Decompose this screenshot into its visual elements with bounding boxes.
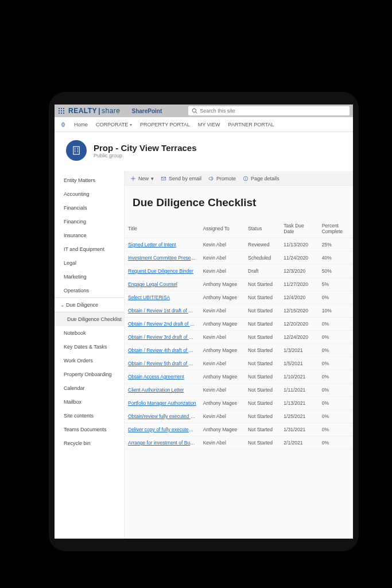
sidebar-item[interactable]: Accounting [55, 187, 124, 201]
sidebar-item[interactable]: Property Onboarding [55, 368, 124, 381]
cell-percent: 0% [319, 357, 353, 370]
sidebar-item[interactable]: Work Orders [55, 354, 124, 368]
table-row[interactable]: Deliver copy of fully executed Cont...An… [125, 423, 353, 436]
sidebar-item[interactable]: Financials [55, 201, 124, 215]
svg-rect-8 [77, 150, 79, 151]
svg-point-17 [246, 177, 246, 177]
cell-title[interactable]: Engage Legal Counsel [125, 278, 200, 291]
cell-assigned: Kevin Abel [200, 331, 244, 344]
nav-property-portal[interactable]: PROPERTY PORTAL [140, 122, 190, 127]
table-row[interactable]: Obtain / Review 3rd draft of Purcha...Ke… [125, 331, 353, 344]
sidebar-item[interactable]: Recycle bin [55, 436, 124, 450]
cell-assigned: Kevin Abel [200, 436, 244, 450]
cell-title[interactable]: Obtain / Review 5th draft of Purcha... [125, 357, 200, 370]
cell-due: 11/27/2020 [280, 278, 318, 291]
logo-a: A [79, 107, 84, 115]
cell-assigned: Kevin Abel [200, 238, 244, 252]
cell-title[interactable]: Obtain / Review 2nd draft of Purch... [125, 318, 200, 331]
site-icon[interactable] [66, 140, 87, 161]
table-row[interactable]: Obtain/review fully executed purch...Kev… [125, 410, 353, 423]
site-title[interactable]: Prop - City View Terraces [94, 143, 197, 153]
table-row[interactable]: Client Authorization LetterKevin AbelNot… [125, 384, 353, 397]
col-percent[interactable]: Percent Complete [319, 219, 353, 238]
sidebar-item[interactable]: Marketing [55, 270, 124, 284]
search-box[interactable] [188, 106, 350, 115]
cell-title[interactable]: Obtain Access Agreement [125, 370, 200, 384]
promote-button[interactable]: Promote [208, 176, 236, 181]
table-row[interactable]: Request Due Diligence BinderKevin AbelDr… [125, 265, 353, 278]
page-details-button[interactable]: Page details [243, 176, 280, 181]
sidebar-item-due-diligence-checklist[interactable]: Due Diligence Checklist [55, 312, 124, 326]
cell-title[interactable]: Signed Letter of Intent [125, 238, 200, 252]
table-row[interactable]: Signed Letter of IntentKevin AbelReviewe… [125, 238, 353, 252]
sidebar-item[interactable]: Mailbox [55, 395, 124, 409]
sidebar-item[interactable]: Legal [55, 256, 124, 270]
sidebar-item[interactable]: Entity Matters [55, 173, 124, 187]
sidebar-item[interactable]: Insurance [55, 229, 124, 242]
col-status[interactable]: Status [244, 219, 280, 238]
nav-my-view[interactable]: MY VIEW [198, 122, 220, 127]
cell-due: 11/24/2020 [280, 252, 318, 265]
app-launcher-icon[interactable] [58, 107, 65, 114]
cell-percent: 5% [319, 278, 353, 291]
new-button[interactable]: New ▾ [130, 176, 154, 181]
col-assigned[interactable]: Assigned To [200, 219, 244, 238]
cell-title[interactable]: Request Due Diligence Binder [125, 265, 200, 278]
sharepoint-label[interactable]: SharePoint [132, 108, 162, 114]
cell-title[interactable]: Obtain / Review 1st draft of Purcha... [125, 304, 200, 318]
cell-title[interactable]: Select UBIT/ERISA [125, 291, 200, 304]
table-row[interactable]: Obtain / Review 1st draft of Purcha...Ke… [125, 304, 353, 318]
cell-assigned: Anthony Magee [200, 318, 244, 331]
col-due[interactable]: Task Due Date [280, 219, 318, 238]
sidebar-item-due-diligence[interactable]: Due Diligence [55, 297, 124, 312]
cell-status: Not Started [244, 436, 280, 450]
nav-partner-portal[interactable]: PARTNER PORTAL [228, 122, 274, 127]
cell-title[interactable]: Portfolio Manager Authorization [125, 397, 200, 410]
table-row[interactable]: Obtain / Review 5th draft of Purcha...Ke… [125, 357, 353, 370]
cell-title[interactable]: Client Authorization Letter [125, 384, 200, 397]
table-row[interactable]: Arrange for investment of Buyer's i...Ke… [125, 436, 353, 450]
cell-title[interactable]: Arrange for investment of Buyer's i... [125, 436, 200, 450]
sidebar-item[interactable]: Notebook [55, 326, 124, 340]
table-row[interactable]: Portfolio Manager AuthorizationAnthony M… [125, 397, 353, 410]
table-row[interactable]: Select UBIT/ERISAAnthony MageeNot Starte… [125, 291, 353, 304]
sidebar-item[interactable]: Financing [55, 215, 124, 229]
sidebar-item[interactable]: IT and Equipment [55, 242, 124, 256]
brand-logo[interactable]: RE A LTY | share [68, 107, 121, 115]
cell-title[interactable]: Obtain/review fully executed purch... [125, 410, 200, 423]
plus-icon [130, 176, 136, 181]
sidebar-item[interactable]: Operations [55, 284, 124, 297]
cell-title[interactable]: Obtain / Review 4th draft of Purcha... [125, 344, 200, 357]
sidebar-item[interactable]: Key Dates & Tasks [55, 340, 124, 354]
cell-status: Not Started [244, 331, 280, 344]
cell-title[interactable]: Obtain / Review 3rd draft of Purcha... [125, 331, 200, 344]
sidebar: Entity MattersAccountingFinancialsFinanc… [55, 171, 125, 539]
cell-title[interactable]: Deliver copy of fully executed Cont... [125, 423, 200, 436]
sidebar-item[interactable]: Teams Documents [55, 423, 124, 436]
table-row[interactable]: Obtain / Review 4th draft of Purcha...An… [125, 344, 353, 357]
page-title: Due Diligence Checklist [125, 186, 353, 219]
table-row[interactable]: Engage Legal CounselAnthony MageeNot Sta… [125, 278, 353, 291]
nav-corporate[interactable]: CORPORATE ▾ [96, 122, 132, 127]
search-input[interactable] [200, 108, 346, 114]
svg-rect-7 [75, 150, 76, 151]
table-row[interactable]: Obtain / Review 2nd draft of Purch...Ant… [125, 318, 353, 331]
cell-status: Not Started [244, 410, 280, 423]
col-title[interactable]: Title [125, 219, 200, 238]
logo-divider: | [97, 107, 102, 115]
cell-status: Not Started [244, 344, 280, 357]
cell-due: 1/5/2021 [280, 357, 318, 370]
cell-percent: 0% [319, 436, 353, 450]
cell-assigned: Kevin Abel [200, 384, 244, 397]
sidebar-item[interactable]: Calendar [55, 381, 124, 395]
send-by-email-button[interactable]: Send by email [161, 176, 201, 181]
sidebar-item[interactable]: Site contents [55, 409, 124, 423]
table-row[interactable]: Obtain Access AgreementAnthony MageeNot … [125, 370, 353, 384]
cell-title[interactable]: Investment Committee Presentation [125, 252, 200, 265]
cell-percent: 0% [319, 344, 353, 357]
cell-percent: 0% [319, 423, 353, 436]
cell-status: Not Started [244, 384, 280, 397]
nav-home[interactable]: Home [74, 122, 88, 127]
table-row[interactable]: Investment Committee PresentationKevin A… [125, 252, 353, 265]
chevron-down-icon: ▾ [151, 176, 154, 181]
